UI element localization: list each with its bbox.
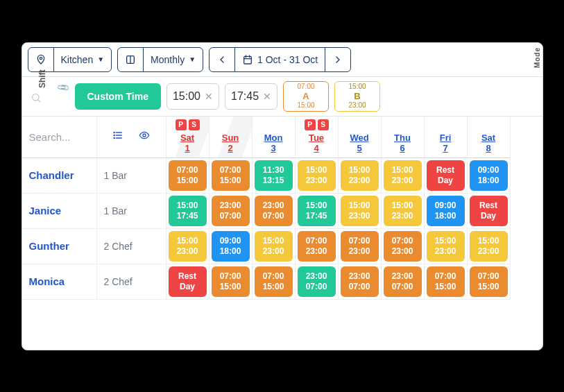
rest-day-chip[interactable]: RestDay: [470, 196, 508, 226]
day-number[interactable]: 7: [443, 143, 447, 153]
custom-time-button[interactable]: Custom Time: [75, 83, 161, 110]
shift-chip[interactable]: 07:0015:00: [255, 266, 293, 297]
shift-start: 09:00: [435, 201, 456, 211]
shift-start: 15:00: [349, 165, 370, 176]
presets: 07:00A15:0015:00B23:00: [283, 81, 380, 112]
employee-role: 2 Chef: [97, 229, 166, 264]
shift-chip[interactable]: 09:0018:00: [470, 160, 508, 191]
day-header[interactable]: PSSat1: [166, 117, 210, 158]
p-badge: P: [176, 119, 187, 130]
shift-cell: 09:0018:00: [210, 229, 253, 264]
day-name[interactable]: Tue: [309, 133, 324, 143]
shift-cell: 15:0023:00: [339, 194, 382, 229]
day-number[interactable]: 8: [486, 143, 490, 153]
day-name[interactable]: Fri: [440, 133, 452, 143]
date-prev-button[interactable]: [210, 48, 234, 71]
list-icon[interactable]: [112, 130, 123, 144]
clear-end-icon[interactable]: ✕: [263, 91, 271, 102]
rest-day-chip[interactable]: RestDay: [169, 266, 207, 297]
shift-chip[interactable]: 07:0015:00: [212, 160, 250, 191]
location-label-button[interactable]: Kitchen▼: [53, 48, 112, 71]
shift-chip[interactable]: 15:0023:00: [341, 196, 379, 226]
shift-start: 07:00: [435, 271, 456, 282]
shift-chip[interactable]: 23:0007:00: [384, 266, 422, 297]
shift-chip[interactable]: 15:0023:00: [427, 231, 465, 262]
location-picker[interactable]: Kitchen▼: [28, 47, 112, 72]
day-header[interactable]: Fri7: [425, 117, 468, 158]
location-icon-button[interactable]: [28, 48, 53, 71]
shift-chip[interactable]: 23:0007:00: [212, 196, 250, 226]
preset-top: 15:00: [349, 83, 366, 91]
chevron-right-icon: [332, 54, 343, 65]
employee-role: 2 Chef: [97, 264, 166, 300]
shift-end: 17:45: [306, 211, 327, 221]
shift-chip[interactable]: 15:0023:00: [255, 231, 293, 262]
shift-chip[interactable]: 15:0023:00: [470, 231, 508, 262]
day-header[interactable]: Sat8: [468, 117, 511, 158]
view-label-button[interactable]: Monthly▼: [143, 48, 203, 71]
shift-chip[interactable]: 07:0023:00: [341, 231, 379, 262]
date-range-button[interactable]: 1 Oct - 31 Oct: [234, 48, 325, 71]
shift-start: 11:30: [263, 165, 284, 176]
day-number[interactable]: 2: [228, 143, 232, 153]
shift-cell: 15:0023:00: [425, 229, 468, 264]
clear-start-icon[interactable]: ✕: [205, 91, 213, 102]
day-header[interactable]: Mon3: [253, 117, 296, 158]
shift-end: 15:00: [263, 282, 284, 292]
shift-chip[interactable]: 15:0023:00: [169, 231, 207, 262]
start-time-input[interactable]: 15:00 ✕: [166, 83, 219, 110]
shift-chip[interactable]: 07:0015:00: [212, 266, 250, 297]
shift-chip[interactable]: 23:0007:00: [341, 266, 379, 297]
shift-chip[interactable]: 07:0023:00: [384, 231, 422, 262]
shift-start: 23:00: [220, 201, 241, 211]
day-number[interactable]: 1: [185, 143, 189, 153]
date-next-button[interactable]: [325, 48, 350, 71]
shift-chip[interactable]: 23:0007:00: [255, 196, 293, 226]
shift-cell: 11:3013:15: [253, 158, 296, 194]
shift-chip[interactable]: 23:0007:00: [298, 266, 336, 297]
day-name[interactable]: Sat: [180, 133, 194, 143]
day-name[interactable]: Wed: [350, 133, 368, 143]
day-header[interactable]: Thu6: [382, 117, 425, 158]
shift-chip[interactable]: 15:0023:00: [341, 160, 379, 191]
day-name[interactable]: Sun: [222, 133, 239, 143]
shift-chip[interactable]: 09:0018:00: [427, 196, 465, 226]
view-icon-button[interactable]: [118, 48, 143, 71]
employee-name[interactable]: Monica: [22, 264, 97, 300]
day-number[interactable]: 6: [400, 143, 404, 153]
employee-name[interactable]: Chandler: [22, 158, 97, 194]
shift-cell: 15:0017:45: [296, 194, 339, 229]
day-name[interactable]: Mon: [264, 133, 283, 143]
shift-chip[interactable]: 11:3013:15: [255, 160, 293, 191]
shift-chip[interactable]: 15:0023:00: [384, 196, 422, 226]
end-time-input[interactable]: 17:45 ✕: [225, 83, 277, 110]
day-number[interactable]: 5: [357, 143, 361, 153]
shift-chip[interactable]: 15:0017:45: [169, 196, 207, 226]
shift-chip[interactable]: 15:0023:00: [384, 160, 422, 191]
day-number[interactable]: 3: [271, 143, 275, 153]
shift-chip[interactable]: 07:0023:00: [298, 231, 336, 262]
shift-chip[interactable]: 07:0015:00: [470, 266, 508, 297]
shift-chip[interactable]: 07:0015:00: [169, 160, 207, 191]
rest-day-chip[interactable]: RestDay: [427, 160, 465, 191]
day-name[interactable]: Thu: [394, 133, 411, 143]
shift-chip[interactable]: 15:0023:00: [298, 160, 336, 191]
employee-name[interactable]: Gunther: [22, 229, 97, 264]
schedule-window: Kitchen▼ Monthly▼ 1 Oct - 31 Oct Mode: [22, 42, 543, 350]
day-header[interactable]: PSTue4: [296, 117, 339, 158]
day-header[interactable]: Sun2: [210, 117, 253, 158]
day-name[interactable]: Sat: [481, 133, 495, 143]
preset-b[interactable]: 15:00B23:00: [334, 81, 380, 112]
shift-start: 23:00: [306, 271, 327, 282]
view-picker[interactable]: Monthly▼: [117, 47, 203, 72]
day-header[interactable]: Wed5: [339, 117, 382, 158]
day-number[interactable]: 4: [314, 143, 318, 153]
shift-chip[interactable]: 09:0018:00: [212, 231, 250, 262]
pin-small-icon: 📎: [56, 80, 70, 94]
eye-icon[interactable]: [139, 130, 150, 144]
shift-chip[interactable]: 15:0017:45: [298, 196, 336, 226]
search-input[interactable]: Search...: [22, 117, 97, 158]
preset-a[interactable]: 07:00A15:00: [283, 81, 329, 112]
shift-chip[interactable]: 07:0015:00: [427, 266, 465, 297]
employee-name[interactable]: Janice: [22, 194, 97, 229]
